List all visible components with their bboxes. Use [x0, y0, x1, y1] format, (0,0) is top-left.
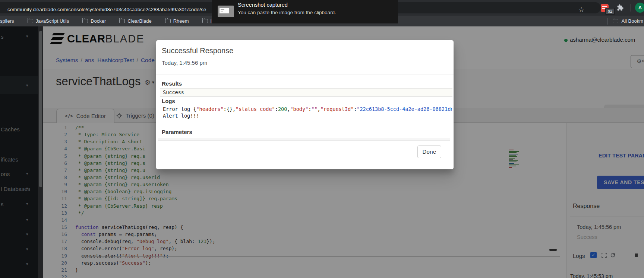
dialog-timestamp: Today, 1:45:56 pm [162, 60, 207, 66]
bookmark-item[interactable]: ClearBlade [119, 18, 151, 24]
extension-badge: 92 [605, 8, 615, 15]
bookmark-item[interactable]: JavaScript Utils [28, 18, 69, 24]
parameters-table-header [158, 138, 450, 141]
screenshot-thumbnail [218, 6, 234, 17]
bookmarks-divider [607, 18, 607, 25]
log-line-1: Error log {"headers":{},"status_code":20… [163, 106, 452, 112]
extensions-puzzle-icon[interactable] [617, 4, 624, 11]
screenshot-notification[interactable]: Screenshot captured You can paste the im… [212, 0, 398, 23]
parameters-heading: Parameters [162, 129, 192, 135]
folder-icon [119, 19, 125, 23]
folder-icon [202, 19, 208, 23]
bookmarks-list: spilersJavaScript UtilsDockerClearBladeR… [0, 16, 225, 26]
bookmark-label: JavaScript Utils [36, 18, 69, 24]
bookmark-item[interactable]: spilers [0, 18, 14, 24]
bookmark-star-icon[interactable]: ☆ [578, 6, 584, 14]
all-bookmarks[interactable]: All Bookm [607, 16, 644, 26]
all-bookmarks-label: All Bookm [621, 18, 643, 24]
results-value: Success [160, 88, 452, 97]
dialog-divider [156, 74, 454, 74]
folder-icon [613, 19, 618, 23]
log-line-2: Alert log!!! [163, 113, 452, 119]
url-text: community.clearblade.com/console/system/… [7, 7, 206, 12]
dialog-title: Successful Response [162, 47, 233, 55]
bookmark-label: Rheem [173, 18, 189, 24]
screen: community.clearblade.com/console/system/… [0, 0, 644, 278]
results-heading: Results [162, 80, 182, 87]
notification-body: You can paste the image from the clipboa… [238, 10, 336, 15]
notification-title: Screenshot captured [238, 2, 288, 8]
folder-icon [28, 19, 33, 23]
browser-profile-avatar[interactable]: A [635, 3, 644, 13]
toolbar-divider [631, 4, 631, 12]
bookmark-label: spilers [0, 18, 14, 24]
successful-response-dialog: Successful Response Today, 1:45:56 pm Re… [156, 40, 454, 169]
bookmark-item[interactable]: Docker [82, 18, 106, 24]
bookmark-item[interactable]: Rheem [165, 18, 189, 24]
folder-icon [82, 19, 88, 23]
folder-icon [165, 19, 171, 23]
logs-heading: Logs [162, 98, 175, 104]
bookmark-label: ClearBlade [127, 18, 151, 24]
done-button[interactable]: Done [417, 146, 441, 158]
bookmark-label: Docker [91, 18, 106, 24]
